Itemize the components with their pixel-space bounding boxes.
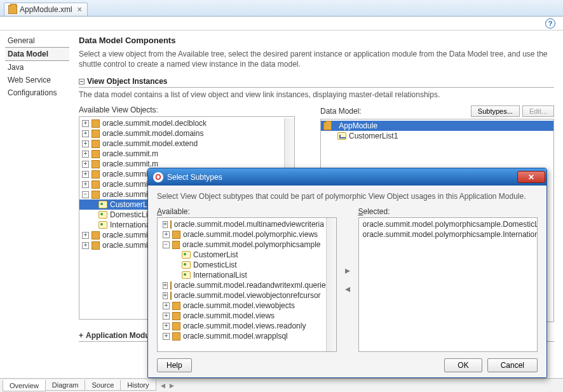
available-listbox[interactable]: +oracle.summit.model.multinamedviewcrite… <box>157 217 337 352</box>
nav-data-model[interactable]: Data Model <box>5 47 69 61</box>
tree-node[interactable]: +oracle.summit.model.declblock <box>79 118 284 128</box>
page-title: Data Model Components <box>79 36 554 45</box>
shuttle: Available: +oracle.summit.model.multinam… <box>157 207 538 352</box>
btab-history[interactable]: History <box>120 380 156 391</box>
dialog-desc: Select View Object subtypes that could b… <box>157 192 538 201</box>
list-item[interactable]: +oracle.summit.model.views <box>160 311 323 321</box>
shuttle-available-col: Available: +oracle.summit.model.multinam… <box>157 207 337 352</box>
package-icon <box>170 292 172 300</box>
edit-button: Edit... <box>522 105 554 117</box>
package-icon <box>92 119 100 128</box>
dialog-titlebar[interactable]: O Select Subtypes ✕ <box>148 168 546 186</box>
move-left-button[interactable]: ◂ <box>345 283 350 295</box>
appmodule-icon <box>323 122 332 130</box>
bottom-tabs: Overview Diagram Source History ◄► <box>0 378 563 392</box>
package-icon <box>172 322 180 330</box>
dialog-buttons: Help OK Cancel <box>157 358 538 372</box>
package-icon <box>172 312 180 320</box>
list-leaf[interactable]: CustomerList <box>160 250 323 260</box>
section-vo-head[interactable]: − View Object Instances <box>79 77 554 88</box>
move-right-button[interactable]: ▸ <box>345 264 350 276</box>
dialog-body: Select View Object subtypes that could b… <box>148 186 546 377</box>
view-object-icon <box>98 201 107 208</box>
tab-nav-arrows[interactable]: ◄► <box>159 381 176 390</box>
help-icon[interactable]: ? <box>545 18 555 29</box>
page-desc: Select a view object from the Available … <box>79 49 554 69</box>
selected-col-label: Selected: <box>358 207 538 216</box>
file-tab-appmodule[interactable]: AppModule.xml × <box>4 3 88 16</box>
package-icon <box>92 130 100 138</box>
help-button[interactable]: Help <box>157 358 192 372</box>
list-item[interactable]: +oracle.summit.model.polymorphic.views <box>160 229 323 240</box>
list-item[interactable]: +oracle.summit.model.viewobjects <box>160 301 323 311</box>
cancel-button[interactable]: Cancel <box>487 358 538 372</box>
package-icon <box>8 5 17 14</box>
btab-diagram[interactable]: Diagram <box>45 380 86 391</box>
nav-configurations[interactable]: Configurations <box>5 86 69 99</box>
btab-overview[interactable]: Overview <box>3 380 46 391</box>
package-icon <box>92 150 100 158</box>
view-object-icon <box>98 221 107 229</box>
dm-root[interactable]: AppModule <box>321 121 553 131</box>
package-icon <box>170 281 172 290</box>
tree-node[interactable]: +oracle.summit.model.extend <box>79 139 284 149</box>
selected-item[interactable]: oracle.summit.model.polymorphicsample.In… <box>362 229 535 240</box>
package-icon <box>172 332 180 341</box>
tree-node[interactable]: +oracle.summit.m <box>79 149 284 159</box>
section-vo-desc: The data model contains a list of view o… <box>79 90 554 99</box>
list-item[interactable]: +oracle.summit.model.views.readonly <box>160 321 323 331</box>
package-icon <box>92 180 100 189</box>
dm-label: Data Model: <box>320 107 468 116</box>
list-item[interactable]: +oracle.summit.model.wrapplsql <box>160 331 323 341</box>
package-icon <box>170 220 172 229</box>
list-leaf[interactable]: DomesticList <box>160 260 323 270</box>
help-strip: ? <box>0 17 563 30</box>
oracle-icon: O <box>153 172 163 182</box>
tree-node[interactable]: +oracle.summit.model.domains <box>79 128 284 139</box>
selected-listbox[interactable]: oracle.summit.model.polymorphicsample.Do… <box>358 217 538 352</box>
view-object-icon <box>182 261 191 269</box>
available-col-label: Available: <box>157 207 337 216</box>
package-icon <box>172 302 180 310</box>
package-icon <box>92 140 100 148</box>
list-item-open[interactable]: −oracle.summit.model.polymorphicsample <box>160 240 323 250</box>
editor-tabstrip: AppModule.xml × <box>0 0 563 17</box>
close-icon[interactable]: × <box>78 5 82 14</box>
section-vo-title: View Object Instances <box>87 77 168 86</box>
list-item[interactable]: +oracle.summit.model.readandwritexml.que… <box>160 280 323 290</box>
package-icon <box>92 160 100 168</box>
list-item[interactable]: +oracle.summit.model.multinamedviewcrite… <box>160 219 323 229</box>
package-icon <box>92 231 100 240</box>
package-icon <box>172 231 180 239</box>
subtypes-button[interactable]: Subtypes... <box>471 105 520 117</box>
scrollbar[interactable] <box>326 218 336 351</box>
window-close-button[interactable]: ✕ <box>517 171 545 183</box>
package-icon <box>92 191 100 199</box>
selected-item[interactable]: oracle.summit.model.polymorphicsample.Do… <box>362 219 535 229</box>
nav-java[interactable]: Java <box>5 61 69 74</box>
collapse-icon[interactable]: − <box>79 79 85 84</box>
view-object-icon <box>98 211 107 219</box>
nav-web-service[interactable]: Web Service <box>5 74 69 86</box>
package-icon <box>172 241 180 249</box>
view-object-icon <box>182 251 191 259</box>
shuttle-selected-col: Selected: oracle.summit.model.polymorphi… <box>358 207 538 352</box>
view-object-icon <box>182 271 191 279</box>
left-nav: General Data Model Java Web Service Conf… <box>0 30 70 377</box>
select-subtypes-dialog: O Select Subtypes ✕ Select View Object s… <box>147 168 547 378</box>
nav-general[interactable]: General <box>5 34 69 47</box>
btab-source[interactable]: Source <box>85 380 121 391</box>
package-icon <box>92 170 100 179</box>
available-label: Available View Objects: <box>79 105 295 114</box>
dialog-title: Select Subtypes <box>167 173 222 182</box>
package-icon <box>92 241 100 250</box>
ok-button[interactable]: OK <box>444 358 482 372</box>
expand-icon[interactable]: + <box>79 331 83 340</box>
shuttle-buttons: ▸ ◂ <box>341 207 355 352</box>
list-item[interactable]: +oracle.summit.model.viewobjectonrefcurs… <box>160 290 323 301</box>
dm-child[interactable]: CustomerList1 <box>321 131 553 141</box>
view-link-icon <box>337 132 346 140</box>
file-tab-label: AppModule.xml <box>20 5 72 14</box>
list-leaf[interactable]: InternationalList <box>160 270 323 280</box>
